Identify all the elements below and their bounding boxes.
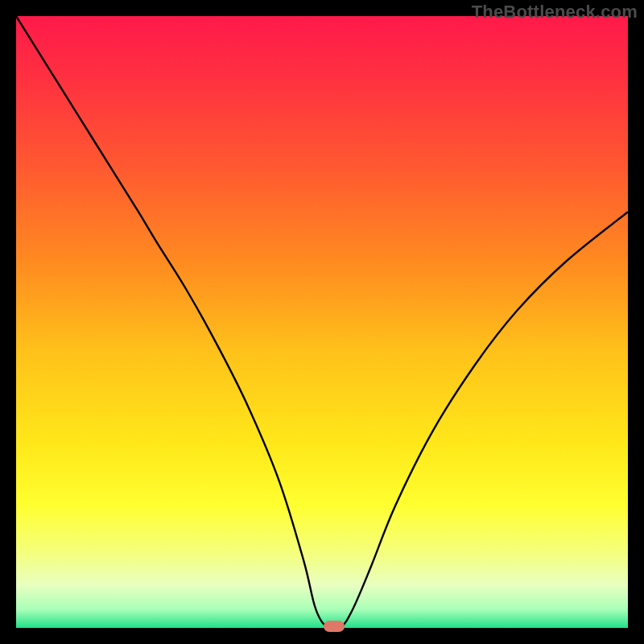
gradient-background: [16, 16, 628, 628]
optimal-point-marker: [324, 621, 345, 632]
watermark-text: TheBottleneck.com: [472, 2, 638, 23]
plot-svg: [16, 16, 628, 628]
plot-area: [16, 16, 628, 628]
chart-frame: TheBottleneck.com: [0, 0, 644, 644]
